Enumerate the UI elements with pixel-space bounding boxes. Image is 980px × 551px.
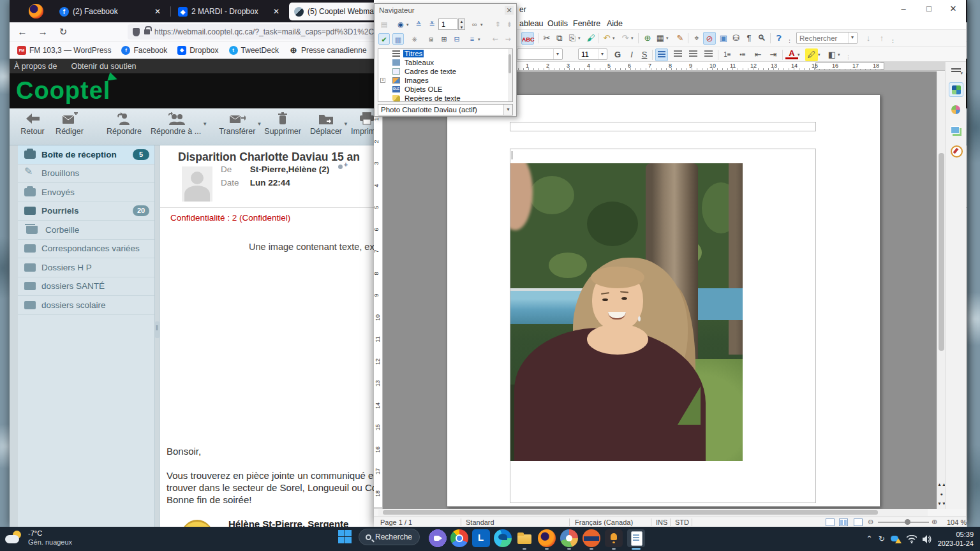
taskbar-explorer-icon[interactable] (516, 529, 533, 547)
redo-button[interactable]: ↷ (619, 32, 632, 45)
italic-button[interactable]: I (625, 48, 638, 61)
taskbar-linkedin-icon[interactable] (472, 529, 490, 547)
font-name-combo[interactable]: ▾ (517, 48, 563, 60)
tab-close-icon[interactable]: ✕ (148, 7, 161, 16)
drag-mode-link-icon[interactable]: ⊞ (438, 33, 450, 45)
align-center-button[interactable] (671, 48, 684, 61)
taskbar-radio-icon[interactable] (583, 529, 600, 547)
move-button[interactable]: Déplacer ▼ (310, 112, 342, 136)
find-replace-button[interactable]: ⌖ (690, 32, 703, 45)
bookmark-facebook[interactable]: fFacebook (121, 46, 167, 55)
gallery-button[interactable]: ▣ (717, 32, 730, 45)
minimize-button[interactable]: – (898, 4, 909, 14)
increase-indent-button[interactable]: ⇥ (767, 48, 780, 61)
navigator-item-images[interactable]: + Images (378, 76, 512, 85)
find-input[interactable] (797, 33, 848, 43)
vertical-scrollbar[interactable]: ▲▲ ● ▼▼ (937, 71, 945, 509)
horizontal-scrollbar-thumb[interactable] (383, 510, 878, 515)
header-toggle[interactable]: ▥ (392, 33, 404, 45)
sidebar-item-trash[interactable]: Corbeille (18, 221, 154, 240)
highlight-color-button[interactable]: 🖊︎ (805, 48, 818, 61)
add-contact-icon[interactable] (337, 165, 346, 172)
chevron-down-icon[interactable]: ▾ (612, 36, 615, 41)
align-right-button[interactable] (687, 48, 699, 61)
close-icon[interactable]: ✕ (505, 6, 514, 15)
data-source-icon[interactable]: ▤ (378, 18, 390, 30)
toolbar-overflow-icon[interactable]: ⋮ (891, 38, 895, 43)
tab-dropbox[interactable]: ◆ 2 MARDI - Dropbox ✕ (173, 3, 285, 20)
tab-facebook[interactable]: f (2) Facebook ✕ (54, 3, 166, 20)
font-color-button[interactable]: A (785, 48, 798, 59)
taskbar-notify-app-icon[interactable] (605, 529, 623, 547)
forward-button[interactable]: → (35, 24, 50, 40)
menu-tools[interactable]: Outils (547, 19, 568, 28)
tray-onedrive-warning-icon[interactable] (891, 534, 901, 543)
menu-help[interactable]: Aide (607, 19, 623, 28)
taskbar-chrome-icon[interactable] (450, 529, 468, 547)
toolbar-overflow-icon[interactable]: ⋮ (787, 38, 792, 43)
underline-button[interactable]: S (638, 48, 651, 61)
taskbar-writer-icon[interactable] (627, 529, 645, 547)
about-link[interactable]: À propos de (14, 62, 57, 71)
chevron-down-icon[interactable]: ▾ (480, 22, 483, 27)
chevron-down-icon[interactable]: ▾ (838, 52, 840, 57)
zoom-in-icon[interactable]: ⊕ (932, 518, 937, 526)
tray-sync-icon[interactable]: ↻ (879, 534, 885, 543)
sidebar-page-icon[interactable] (949, 103, 963, 117)
bookmark-fm1033[interactable]: FMFM 103,3 — WordPress (17, 46, 111, 55)
find-next-up-button[interactable]: ↑ (875, 32, 888, 45)
chevron-down-icon[interactable]: ▾ (798, 52, 800, 57)
formatting-marks-button[interactable]: ¶ (743, 32, 755, 45)
sidebar-item-spam[interactable]: Pourriels 20 (18, 202, 154, 221)
volume-icon[interactable] (923, 535, 932, 543)
charlotte-daviau-photo[interactable] (510, 163, 743, 461)
chevron-down-icon[interactable]: ▼ (256, 121, 262, 127)
chevron-down-icon[interactable]: ▾ (578, 36, 581, 41)
sidebar-splitter[interactable] (155, 321, 160, 338)
font-name-input[interactable] (517, 49, 553, 59)
chevron-down-icon[interactable]: ▾ (848, 33, 856, 43)
find-next-down-button[interactable]: ↓ (862, 32, 875, 45)
bullet-list-button[interactable]: •≡ (736, 48, 749, 61)
edit-mode-button[interactable]: ⊘ (703, 32, 716, 45)
status-style[interactable]: Standard (466, 518, 494, 526)
support-link[interactable]: Obtenir du soutien (71, 62, 136, 71)
sidebar-item-inbox[interactable]: Boîte de réception 5 (18, 145, 154, 165)
compose-button[interactable]: Rédiger (56, 112, 84, 136)
book-view-button[interactable] (854, 518, 863, 526)
chevron-down-icon[interactable]: ▾ (818, 52, 820, 57)
reply-button[interactable]: Répondre (107, 112, 142, 136)
bookmark-tweetdeck[interactable]: tTweetDeck (229, 46, 279, 55)
chevron-down-icon[interactable]: ▾ (406, 22, 409, 27)
help-button[interactable]: ❓︎ (773, 32, 785, 45)
status-zoom[interactable]: 104 % (947, 518, 967, 526)
url-text[interactable]: https://webmail.cooptel.qc.ca/?_task=mai… (154, 27, 380, 36)
list-scrollbar[interactable] (508, 49, 512, 101)
sidebar-gallery-icon[interactable] (949, 123, 963, 138)
navigator-item-bookmarks[interactable]: Repères de texte (378, 94, 512, 102)
sidebar-properties-icon[interactable] (949, 82, 963, 97)
promote-chapter-icon[interactable]: ⇜ (489, 33, 501, 45)
url-bar[interactable]: https://webmail.cooptel.qc.ca/?_task=mai… (128, 24, 380, 40)
chevron-down-icon[interactable]: ▼ (343, 121, 348, 127)
taskbar-meet-icon[interactable] (429, 529, 447, 547)
navigator-item-ole[interactable]: Objets OLE (378, 85, 512, 94)
copy-button[interactable]: ⧉ (553, 32, 566, 45)
align-left-button[interactable] (655, 48, 668, 61)
horizontal-scrollbar[interactable] (378, 509, 928, 516)
chevron-down-icon[interactable]: ▾ (598, 49, 606, 59)
wifi-icon[interactable] (907, 535, 917, 543)
spinner-buttons[interactable]: ▲▼ (458, 18, 465, 30)
start-button[interactable] (338, 530, 352, 544)
demote-chapter-icon[interactable]: ⇝ (502, 33, 514, 45)
from-value[interactable]: St-Pierre,Hélène (2) (250, 165, 330, 174)
data-sources-button[interactable]: ⛁ (730, 32, 743, 45)
show-draw-functions-button[interactable]: ✎ (674, 32, 687, 45)
toolbar-overflow-icon[interactable]: ⋮ (846, 55, 850, 60)
taskbar-firefox-icon[interactable] (538, 529, 556, 547)
ordered-list-button[interactable]: 1≡ (721, 48, 734, 61)
sidebar-navigator-icon[interactable] (949, 143, 963, 158)
zoom-button[interactable]: 🔍︎ (755, 32, 768, 45)
bold-button[interactable]: G (611, 48, 624, 61)
cut-button[interactable]: ✂ (540, 32, 553, 45)
